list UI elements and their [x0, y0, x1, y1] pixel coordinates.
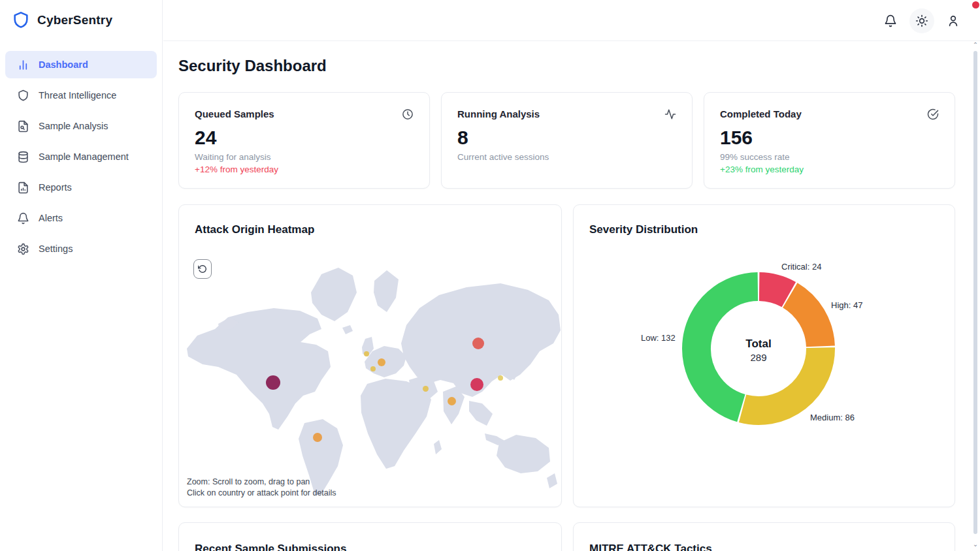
attack-point-russia[interactable] — [472, 338, 484, 349]
map-hint-line-1: Zoom: Scroll to zoom, drag to pan — [187, 477, 336, 488]
clock-icon — [402, 108, 414, 120]
attack-point-middle-east[interactable] — [423, 386, 429, 392]
donut-center-total: Total 289 — [719, 338, 798, 363]
stat-card-running-analysis: Running Analysis 8 Current active sessio… — [441, 92, 693, 189]
total-value: 289 — [719, 352, 798, 363]
attack-point-usa[interactable] — [266, 375, 280, 390]
attack-point-india[interactable] — [448, 397, 456, 405]
shield-icon — [17, 89, 29, 102]
sidebar-item-alerts[interactable]: Alerts — [5, 204, 157, 232]
sidebar-item-label: Alerts — [39, 213, 63, 223]
attack-point-south-korea[interactable] — [498, 375, 503, 381]
stat-subtitle: 99% success rate — [720, 152, 939, 162]
attack-point-china[interactable] — [470, 378, 483, 391]
donut-label-low: Low: 132 — [641, 333, 676, 343]
sidebar-item-dashboard[interactable]: Dashboard — [5, 51, 157, 78]
stat-title: Queued Samples — [195, 108, 274, 119]
sidebar-item-label: Sample Management — [39, 151, 129, 162]
sidebar-item-label: Threat Intelligence — [39, 90, 116, 101]
total-label: Total — [719, 338, 798, 351]
database-icon — [17, 151, 29, 163]
world-map[interactable] — [179, 252, 562, 497]
sidebar-item-settings[interactable]: Settings — [5, 235, 157, 262]
map-card-title: Attack Origin Heatmap — [195, 223, 314, 236]
map-hint-line-2: Click on country or attack point for det… — [187, 488, 336, 499]
donut-segment-critical[interactable] — [759, 287, 789, 294]
shield-logo-icon — [12, 11, 30, 29]
bar-chart-icon — [17, 59, 29, 71]
activity-icon — [664, 108, 676, 120]
recent-sample-submissions-card: Recent Sample Submissions — [178, 522, 562, 551]
sidebar: CyberSentry Dashboard Threat Intelligenc… — [0, 0, 163, 551]
sidebar-item-label: Dashboard — [39, 59, 88, 70]
severity-distribution-card: Severity Distribution Critical: 24High: … — [573, 204, 955, 507]
sidebar-item-label: Sample Analysis — [39, 121, 108, 131]
stat-trend: +23% from yesterday — [720, 165, 939, 174]
topbar-actions — [878, 0, 966, 41]
bell-icon — [17, 212, 29, 225]
stat-card-completed-today: Completed Today 156 99% success rate +23… — [704, 92, 955, 189]
stat-value: 8 — [457, 127, 676, 149]
rotate-ccw-icon — [198, 264, 207, 274]
stat-value: 24 — [195, 127, 414, 149]
sidebar-item-sample-analysis[interactable]: Sample Analysis — [5, 112, 157, 140]
page-title: Security Dashboard — [178, 57, 327, 75]
stat-card-queued-samples: Queued Samples 24 Waiting for analysis +… — [178, 92, 430, 189]
file-search-icon — [17, 120, 29, 133]
stat-value: 156 — [720, 127, 939, 149]
stat-title: Completed Today — [720, 108, 802, 119]
vertical-scrollbar[interactable]: ⌃ ⌄ — [972, 42, 979, 551]
bell-icon — [884, 14, 897, 27]
severity-donut-chart: Critical: 24High: 47Medium: 86Low: 132 T… — [574, 205, 955, 507]
app-name: CyberSentry — [37, 13, 112, 27]
donut-label-high: High: 47 — [831, 300, 862, 310]
map-hint-text: Zoom: Scroll to zoom, drag to pan Click … — [187, 477, 336, 499]
sun-icon — [915, 14, 928, 27]
stat-subtitle: Current active sessions — [457, 152, 676, 162]
scroll-down-caret[interactable]: ⌄ — [972, 541, 979, 548]
sidebar-item-label: Reports — [39, 182, 72, 193]
stat-subtitle: Waiting for analysis — [195, 152, 414, 162]
donut-label-medium: Medium: 86 — [810, 413, 855, 422]
check-circle-icon — [927, 108, 939, 120]
sidebar-nav: Dashboard Threat Intelligence Sample Ana… — [0, 51, 162, 266]
attack-point-uk[interactable] — [364, 351, 369, 356]
mitre-attck-tactics-card: MITRE ATT&CK Tactics — [573, 522, 955, 551]
sidebar-item-label: Settings — [39, 244, 73, 254]
attack-point-brazil[interactable] — [313, 433, 322, 442]
app-logo: CyberSentry — [0, 0, 162, 29]
recent-submissions-title: Recent Sample Submissions — [195, 543, 546, 551]
sidebar-item-reports[interactable]: Reports — [5, 174, 157, 201]
sidebar-item-threat-intelligence[interactable]: Threat Intelligence — [5, 82, 157, 109]
sidebar-item-sample-management[interactable]: Sample Management — [5, 143, 157, 170]
stat-trend: +12% from yesterday — [195, 165, 414, 174]
attack-origin-heatmap-card: Attack Origin Heatmap — [178, 204, 562, 507]
scroll-up-caret[interactable]: ⌃ — [972, 42, 979, 48]
scrollbar-thumb[interactable] — [973, 51, 977, 534]
file-chart-icon — [17, 181, 29, 194]
attack-point-france[interactable] — [370, 366, 376, 371]
theme-toggle-button[interactable] — [909, 8, 934, 33]
stat-title: Running Analysis — [457, 108, 540, 119]
topbar — [163, 0, 980, 41]
notifications-button[interactable] — [878, 8, 903, 33]
attack-point-germany[interactable] — [378, 358, 385, 366]
user-menu-button[interactable] — [941, 8, 966, 33]
gear-icon — [17, 243, 29, 255]
user-icon — [947, 14, 960, 27]
map-reset-zoom-button[interactable] — [193, 259, 212, 279]
mitre-tactics-title: MITRE ATT&CK Tactics — [589, 543, 939, 551]
recording-indicator-dot — [972, 1, 979, 8]
donut-label-critical: Critical: 24 — [781, 262, 821, 272]
